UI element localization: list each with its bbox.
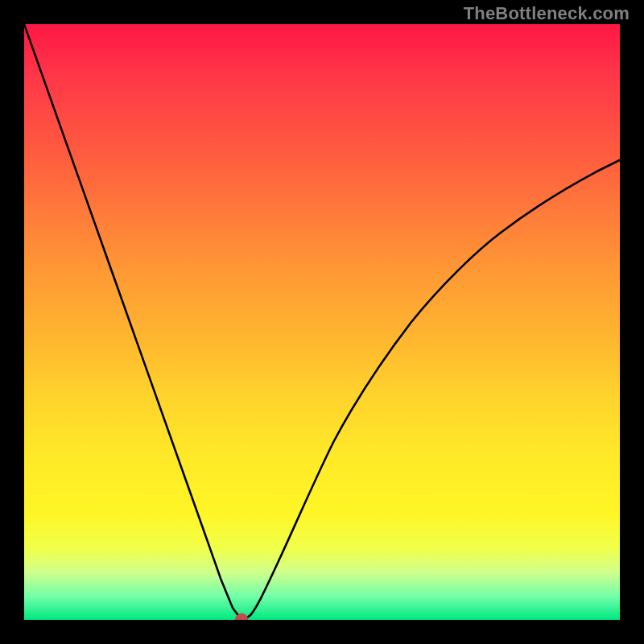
chart-frame: TheBottleneck.com [0,0,644,644]
plot-area [24,24,620,620]
curve-svg [24,24,620,620]
bottleneck-curve [24,24,620,620]
watermark-text: TheBottleneck.com [464,3,630,24]
